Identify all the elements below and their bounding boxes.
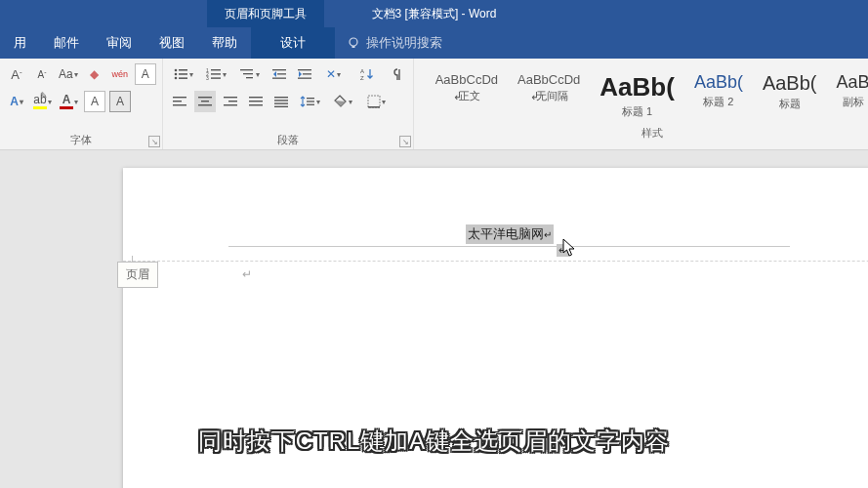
svg-rect-30 <box>198 104 212 105</box>
distribute-button[interactable] <box>270 91 292 112</box>
align-center-button[interactable] <box>194 91 216 112</box>
font-color-button[interactable]: A▾ <box>58 91 80 112</box>
svg-point-6 <box>175 77 178 80</box>
ribbon-tabs: 用 邮件 审阅 视图 帮助 设计 操作说明搜索 <box>0 27 868 59</box>
svg-rect-39 <box>274 102 288 103</box>
svg-point-4 <box>175 73 178 76</box>
svg-rect-14 <box>240 69 253 70</box>
phonetic-guide-button[interactable]: wén <box>109 63 131 85</box>
align-right-button[interactable] <box>220 91 241 112</box>
text-effects-button[interactable]: A▾ <box>6 91 27 112</box>
style-title[interactable]: AaBb( 标题 <box>757 68 823 123</box>
tell-me-search[interactable]: 操作说明搜索 <box>335 27 454 59</box>
line-spacing-button[interactable]: ▾ <box>296 91 325 112</box>
svg-rect-26 <box>173 101 182 102</box>
font-group-label: 字体 <box>6 130 156 149</box>
enclose-characters-button[interactable]: A <box>84 91 105 112</box>
svg-rect-11 <box>211 73 221 74</box>
svg-rect-27 <box>173 104 186 105</box>
svg-rect-37 <box>274 97 288 98</box>
change-case-button[interactable]: Aa▾ <box>57 63 80 85</box>
body-paragraph-mark: ↵ <box>242 267 252 281</box>
svg-rect-29 <box>201 101 209 102</box>
sort-button[interactable]: AZ <box>352 63 382 85</box>
svg-rect-5 <box>179 73 187 75</box>
svg-rect-43 <box>307 104 314 105</box>
highlight-color-button[interactable]: ✎ab▾ <box>31 91 54 112</box>
contextual-tab-label: 页眉和页脚工具 <box>207 0 324 27</box>
character-shading-button[interactable]: A <box>109 91 131 112</box>
increase-indent-button[interactable] <box>294 63 315 85</box>
svg-rect-13 <box>211 77 221 78</box>
clear-formatting-button[interactable]: ◆ <box>84 63 105 85</box>
header-text-container: 太平洋电脑网↵ <box>228 224 790 244</box>
svg-rect-42 <box>307 101 314 102</box>
svg-rect-17 <box>272 69 286 70</box>
multilevel-list-button[interactable]: ▾ <box>235 63 265 85</box>
tab-review[interactable]: 审阅 <box>93 27 145 59</box>
svg-rect-3 <box>179 69 187 71</box>
shading-button[interactable]: ▾ <box>329 91 358 112</box>
tab-mailings[interactable]: 邮件 <box>40 27 93 59</box>
style-normal[interactable]: AaBbCcDd ↲正文 <box>430 68 504 123</box>
svg-rect-33 <box>224 104 237 105</box>
numbering-button[interactable]: 123▾ <box>202 63 231 85</box>
header-boundary-dashed <box>123 261 868 262</box>
justify-button[interactable] <box>245 91 267 112</box>
styles-group-label: 样式 <box>420 123 868 142</box>
window-title: 文档3 [兼容模式] - Word <box>372 6 497 22</box>
svg-rect-22 <box>303 73 311 74</box>
svg-rect-35 <box>249 101 263 102</box>
font-dialog-launcher[interactable]: ↘ <box>148 136 160 147</box>
paragraph-group-label: 段落 <box>169 130 407 149</box>
svg-rect-20 <box>298 69 311 70</box>
svg-rect-40 <box>274 106 288 107</box>
header-text-selected[interactable]: 太平洋电脑网↵ <box>466 224 554 244</box>
svg-point-0 <box>350 38 357 46</box>
svg-text:Z: Z <box>360 75 364 81</box>
svg-rect-21 <box>298 78 311 79</box>
styles-group: AaBbCcDd ↲正文 AaBbCcDd ↲无间隔 AaBb( 标题 1 Aa… <box>414 59 868 149</box>
ribbon-body: Aˆ Aˇ Aa▾ ◆ wén A A▾ ✎ab▾ A▾ A A 字体 ↘ <box>0 59 868 150</box>
style-heading-1[interactable]: AaBb( 标题 1 <box>594 68 681 123</box>
borders-button[interactable]: ▾ <box>362 91 392 112</box>
tab-help[interactable]: 帮助 <box>198 27 251 59</box>
svg-rect-15 <box>243 73 253 74</box>
align-left-button[interactable] <box>169 91 190 112</box>
tab-references-partial[interactable]: 用 <box>0 27 40 59</box>
svg-rect-9 <box>211 69 221 70</box>
svg-rect-19 <box>277 73 286 74</box>
svg-rect-32 <box>228 101 237 102</box>
svg-rect-44 <box>368 96 380 107</box>
style-heading-2[interactable]: AaBb( 标题 2 <box>688 68 749 123</box>
svg-rect-16 <box>246 77 253 78</box>
header-region-label[interactable]: 页眉 <box>117 262 158 288</box>
svg-rect-45 <box>368 106 380 108</box>
lightbulb-icon <box>347 36 360 50</box>
svg-rect-31 <box>224 97 237 98</box>
svg-rect-7 <box>179 77 187 79</box>
paragraph-group: ▾ 123▾ ▾ ✕▾ AZ <box>163 59 414 149</box>
style-no-spacing[interactable]: AaBbCcDd ↲无间隔 <box>512 68 586 123</box>
paragraph-dialog-launcher[interactable]: ↘ <box>399 136 411 147</box>
show-hide-marks-button[interactable] <box>386 63 407 85</box>
svg-rect-38 <box>274 100 288 101</box>
character-border-button[interactable]: A <box>135 63 156 85</box>
svg-point-2 <box>175 69 178 72</box>
svg-text:3: 3 <box>206 75 209 81</box>
tab-view[interactable]: 视图 <box>145 27 198 59</box>
svg-rect-34 <box>249 97 263 98</box>
bullets-button[interactable]: ▾ <box>169 63 198 85</box>
shrink-font-button[interactable]: Aˇ <box>31 63 53 85</box>
style-subtitle[interactable]: AaB 副标 <box>831 68 869 123</box>
svg-rect-18 <box>272 78 286 79</box>
font-group: Aˆ Aˇ Aa▾ ◆ wén A A▾ ✎ab▾ A▾ A A 字体 ↘ <box>0 59 163 149</box>
svg-rect-25 <box>173 97 186 98</box>
decrease-indent-button[interactable] <box>269 63 290 85</box>
grow-font-button[interactable]: Aˆ <box>6 63 27 85</box>
tell-me-label: 操作说明搜索 <box>366 34 442 52</box>
asian-layout-button[interactable]: ✕▾ <box>319 63 349 85</box>
svg-text:A: A <box>360 68 364 74</box>
tab-design[interactable]: 设计 <box>251 27 335 59</box>
title-bar: 页眉和页脚工具 文档3 [兼容模式] - Word <box>0 0 868 27</box>
